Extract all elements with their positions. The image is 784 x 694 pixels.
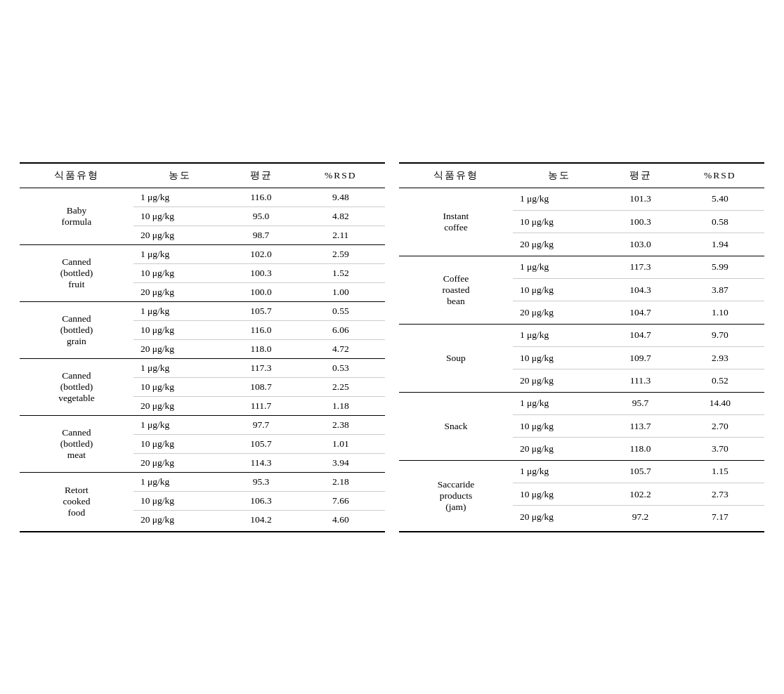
mean-cell: 106.3 [226,491,296,510]
concentration-cell: 20 μg/kg [133,453,226,472]
rsd-cell: 2.38 [296,415,385,434]
concentration-cell: 10 μg/kg [513,414,605,437]
concentration-cell: 1 μg/kg [133,301,226,320]
food-type-cell: Snack [399,392,513,460]
table-row: Canned (bottled) meat1 μg/kg97.72.38 [20,415,385,434]
concentration-cell: 1 μg/kg [133,244,226,263]
food-type-cell: Instant coffee [399,188,513,256]
concentration-cell: 20 μg/kg [133,282,226,301]
concentration-cell: 20 μg/kg [133,339,226,358]
concentration-cell: 1 μg/kg [513,460,605,483]
mean-cell: 104.7 [605,324,675,346]
mean-cell: 104.2 [226,510,296,532]
concentration-cell: 10 μg/kg [513,483,605,505]
rsd-cell: 1.01 [296,434,385,453]
rsd-cell: 7.66 [296,491,385,510]
rsd-cell: 2.11 [296,225,385,244]
concentration-cell: 20 μg/kg [513,233,605,256]
table-row: Soup1 μg/kg104.79.70 [399,324,764,346]
rsd-cell: 1.15 [676,460,764,483]
left-header-col4: %RSD [296,163,385,188]
mean-cell: 100.3 [226,263,296,282]
table-row: Instant coffee1 μg/kg101.35.40 [399,188,764,210]
concentration-cell: 10 μg/kg [513,346,605,369]
concentration-cell: 1 μg/kg [133,188,226,207]
right-table: 식품유형 농도 평균 %RSD Instant coffee1 μg/kg101… [399,162,764,532]
mean-cell: 116.0 [226,320,296,339]
table-row: Baby formula1 μg/kg116.09.48 [20,188,385,207]
table-row: Coffee roasted bean1 μg/kg117.35.99 [399,256,764,278]
rsd-cell: 1.18 [296,396,385,415]
right-header-col1: 식품유형 [399,163,513,188]
table-row: Snack1 μg/kg95.714.40 [399,392,764,414]
concentration-cell: 10 μg/kg [133,207,226,225]
rsd-cell: 7.17 [676,506,764,532]
rsd-cell: 0.58 [676,210,764,233]
mean-cell: 102.0 [226,244,296,263]
mean-cell: 117.3 [605,256,675,278]
concentration-cell: 20 μg/kg [133,396,226,415]
mean-cell: 111.7 [226,396,296,415]
rsd-cell: 6.06 [296,320,385,339]
rsd-cell: 4.60 [296,510,385,532]
food-type-cell: Saccaride products (jam) [399,460,513,531]
mean-cell: 100.3 [605,210,675,233]
table-row: Saccaride products (jam)1 μg/kg105.71.15 [399,460,764,483]
mean-cell: 108.7 [226,377,296,396]
mean-cell: 104.3 [605,278,675,301]
concentration-cell: 10 μg/kg [133,491,226,510]
table-row: Canned (bottled) fruit1 μg/kg102.02.59 [20,244,385,263]
concentration-cell: 10 μg/kg [133,434,226,453]
concentration-cell: 10 μg/kg [133,320,226,339]
concentration-cell: 10 μg/kg [513,278,605,301]
concentration-cell: 1 μg/kg [513,188,605,210]
concentration-cell: 1 μg/kg [513,324,605,346]
food-type-cell: Canned (bottled) grain [20,301,133,358]
food-type-cell: Coffee roasted bean [399,256,513,324]
rsd-cell: 4.72 [296,339,385,358]
mean-cell: 116.0 [226,188,296,207]
concentration-cell: 1 μg/kg [513,256,605,278]
food-type-cell: Soup [399,324,513,392]
concentration-cell: 20 μg/kg [133,225,226,244]
table-row: Canned (bottled) vegetable1 μg/kg117.30.… [20,358,385,377]
food-type-cell: Canned (bottled) vegetable [20,358,133,415]
rsd-cell: 0.55 [296,301,385,320]
rsd-cell: 3.94 [296,453,385,472]
table-row: Retort cooked food1 μg/kg95.32.18 [20,472,385,491]
left-table: 식품유형 농도 평균 %RSD Baby formula1 μg/kg116.0… [20,162,385,532]
rsd-cell: 0.53 [296,358,385,377]
mean-cell: 97.2 [605,506,675,532]
main-wrapper: 식품유형 농도 평균 %RSD Baby formula1 μg/kg116.0… [20,162,764,532]
rsd-cell: 3.70 [676,438,764,460]
rsd-cell: 1.52 [296,263,385,282]
food-type-cell: Retort cooked food [20,472,133,532]
mean-cell: 105.7 [605,460,675,483]
right-header-col3: 평균 [605,163,675,188]
concentration-cell: 1 μg/kg [513,392,605,414]
table-row: Canned (bottled) grain1 μg/kg105.70.55 [20,301,385,320]
right-header-col2: 농도 [513,163,605,188]
rsd-cell: 4.82 [296,207,385,225]
concentration-cell: 20 μg/kg [513,369,605,392]
mean-cell: 111.3 [605,369,675,392]
concentration-cell: 20 μg/kg [513,438,605,460]
rsd-cell: 2.59 [296,244,385,263]
rsd-cell: 2.25 [296,377,385,396]
concentration-cell: 10 μg/kg [133,263,226,282]
mean-cell: 101.3 [605,188,675,210]
right-header-col4: %RSD [676,163,764,188]
mean-cell: 103.0 [605,233,675,256]
concentration-cell: 1 μg/kg [133,415,226,434]
rsd-cell: 2.70 [676,414,764,437]
food-type-cell: Canned (bottled) meat [20,415,133,472]
left-header-col3: 평균 [226,163,296,188]
mean-cell: 113.7 [605,414,675,437]
mean-cell: 105.7 [226,434,296,453]
mean-cell: 95.0 [226,207,296,225]
rsd-cell: 2.18 [296,472,385,491]
mean-cell: 102.2 [605,483,675,505]
mean-cell: 104.7 [605,301,675,324]
left-header-col2: 농도 [133,163,226,188]
mean-cell: 98.7 [226,225,296,244]
